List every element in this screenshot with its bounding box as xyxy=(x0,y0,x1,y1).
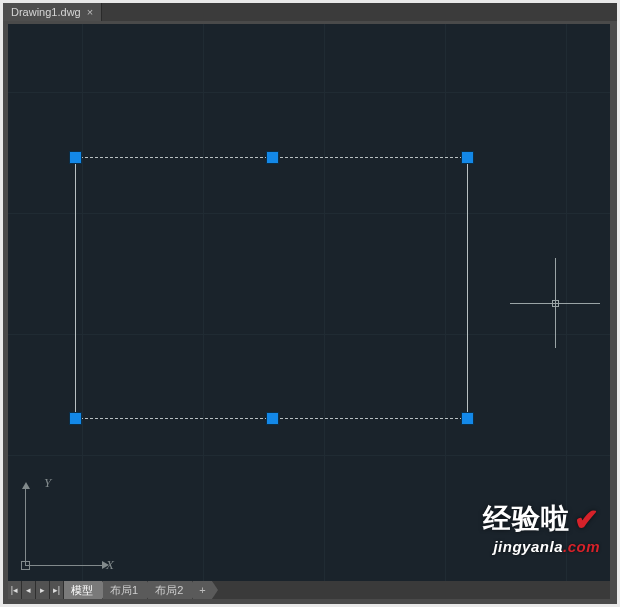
file-tab[interactable]: Drawing1.dwg × xyxy=(3,3,102,21)
grid-line xyxy=(8,455,610,456)
app-inner: Drawing1.dwg × xyxy=(3,3,617,604)
tab-layout1[interactable]: 布局1 xyxy=(103,581,148,599)
rect-edge-left[interactable] xyxy=(75,157,76,419)
layout-tab-label: 模型 xyxy=(71,583,93,598)
nav-next-button[interactable]: ▸ xyxy=(36,581,50,599)
nav-first-icon: |◂ xyxy=(11,585,18,595)
grip-top-middle[interactable] xyxy=(267,152,278,163)
tab-add[interactable]: + xyxy=(193,581,212,599)
ucs-x-label: X xyxy=(106,557,114,573)
grip-top-right[interactable] xyxy=(462,152,473,163)
close-icon[interactable]: × xyxy=(87,7,93,18)
grid-line xyxy=(566,24,567,581)
watermark-sub-accent: .com xyxy=(563,538,600,555)
plus-icon: + xyxy=(199,584,205,596)
ucs-y-label: Y xyxy=(44,475,51,491)
grip-bottom-left[interactable] xyxy=(70,413,81,424)
ucs-icon: X Y xyxy=(18,473,118,573)
grip-top-left[interactable] xyxy=(70,152,81,163)
grid-line xyxy=(8,92,610,93)
nav-prev-icon: ◂ xyxy=(26,585,31,595)
drawing-canvas[interactable]: X Y 经验啦 ✔ jingyanla.com xyxy=(8,24,610,581)
selected-rectangle[interactable] xyxy=(75,157,468,419)
nav-last-icon: ▸| xyxy=(53,585,60,595)
layout-tab-label: 布局2 xyxy=(155,583,183,598)
watermark: 经验啦 ✔ jingyanla.com xyxy=(483,500,600,555)
tab-model[interactable]: 模型 xyxy=(64,581,103,599)
nav-prev-button[interactable]: ◂ xyxy=(22,581,36,599)
file-tab-label: Drawing1.dwg xyxy=(11,6,81,18)
tab-layout2[interactable]: 布局2 xyxy=(148,581,193,599)
grip-bottom-right[interactable] xyxy=(462,413,473,424)
grip-bottom-middle[interactable] xyxy=(267,413,278,424)
watermark-sub: jingyanla xyxy=(493,538,563,555)
rect-edge-right[interactable] xyxy=(467,157,468,419)
layout-tab-bar: |◂ ◂ ▸ ▸| 模型 布局1 布局2 + xyxy=(8,581,610,599)
nav-first-button[interactable]: |◂ xyxy=(8,581,22,599)
file-tab-bar: Drawing1.dwg × xyxy=(3,3,617,21)
nav-next-icon: ▸ xyxy=(40,585,45,595)
app-frame: Drawing1.dwg × xyxy=(0,0,620,607)
layout-tab-label: 布局1 xyxy=(110,583,138,598)
check-icon: ✔ xyxy=(574,502,600,537)
watermark-text: 经验啦 xyxy=(483,500,570,538)
nav-last-button[interactable]: ▸| xyxy=(50,581,64,599)
